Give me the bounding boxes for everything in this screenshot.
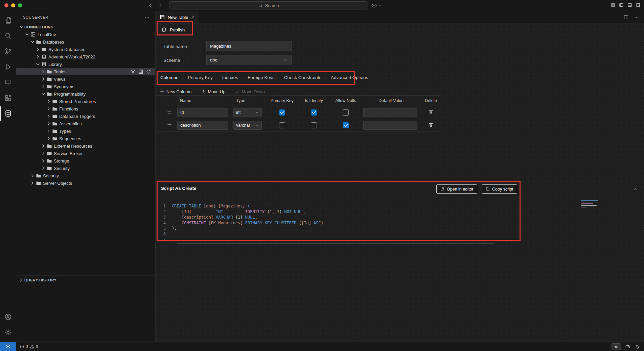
- section-connections[interactable]: CONNECTIONS: [16, 23, 155, 31]
- designer-tab-check-constraints[interactable]: Check Constraints: [283, 73, 322, 84]
- default-value-input[interactable]: [363, 121, 417, 130]
- trash-icon: [428, 109, 434, 115]
- designer-tab-advanced-options[interactable]: Advanced Options: [330, 73, 369, 84]
- tree-item-service-broker[interactable]: Service Broker: [16, 150, 155, 157]
- tree-item-label: Programmability: [54, 92, 86, 97]
- bell-icon[interactable]: [635, 344, 640, 349]
- more-actions-icon[interactable]: [144, 15, 150, 20]
- zoom-status-item[interactable]: [612, 343, 621, 350]
- move-up-button[interactable]: Move Up: [201, 89, 225, 94]
- zoom-button[interactable]: [18, 3, 22, 7]
- chevron-right-icon: [41, 143, 46, 149]
- copilot-menu[interactable]: [371, 2, 382, 8]
- default-value-input[interactable]: [363, 108, 417, 117]
- close-icon[interactable]: [191, 15, 195, 19]
- tree-item-stored-procedures[interactable]: Stored Procedures: [16, 98, 155, 105]
- designer-tab-foreign-keys[interactable]: Foreign Keys: [247, 73, 275, 84]
- tree-item-database-triggers[interactable]: Database Triggers: [16, 112, 155, 120]
- allow-nulls-checkbox[interactable]: [343, 122, 349, 128]
- schema-select[interactable]: dbo: [206, 55, 292, 65]
- filter-icon[interactable]: [130, 69, 136, 74]
- delete-column-button[interactable]: [428, 109, 434, 116]
- grid-icon[interactable]: [138, 69, 143, 74]
- primary-key-checkbox[interactable]: [279, 122, 285, 128]
- tab-new-table[interactable]: New Table: [156, 11, 199, 23]
- allow-nulls-checkbox[interactable]: [343, 109, 349, 116]
- tree-item-server-objects[interactable]: Server Objects: [16, 179, 155, 187]
- drag-handle-icon[interactable]: [167, 110, 172, 115]
- activity-item-search[interactable]: [0, 28, 16, 44]
- remote-indicator[interactable]: [0, 342, 16, 351]
- toggle-panel-icon[interactable]: [627, 3, 632, 7]
- tree-item-external-resources[interactable]: External Resources: [16, 142, 155, 150]
- tree-item-label: Database Triggers: [59, 114, 95, 119]
- tree-item-label: AdventureWorksLT2022: [48, 54, 95, 59]
- column-type-select[interactable]: varchar: [233, 121, 262, 130]
- activity-item-run-debug[interactable]: [0, 59, 16, 75]
- folder-icon: [36, 39, 41, 45]
- folder-icon: [47, 151, 52, 156]
- minimize-button[interactable]: [11, 3, 15, 7]
- activity-item-account[interactable]: [0, 309, 16, 325]
- warnings-status[interactable]: 0: [30, 344, 38, 349]
- tree-item-security[interactable]: Security: [16, 165, 155, 172]
- layout-controls: [611, 3, 641, 7]
- close-button[interactable]: [4, 3, 8, 7]
- activity-item-sql-server[interactable]: [0, 106, 16, 121]
- activity-item-explorer[interactable]: [0, 12, 16, 28]
- drag-handle-icon[interactable]: [167, 123, 172, 128]
- folder-icon: [36, 180, 41, 186]
- minimap[interactable]: [581, 200, 601, 207]
- toggle-primary-sidebar-icon[interactable]: [619, 3, 624, 7]
- refresh-icon[interactable]: [146, 69, 151, 74]
- tree-item-types[interactable]: Types: [16, 127, 155, 135]
- delete-column-button[interactable]: [428, 122, 434, 128]
- tree-item-programmability[interactable]: Programmability: [16, 90, 155, 98]
- activity-item-source-control[interactable]: [0, 44, 16, 59]
- tree-item-adventureworkslt2022[interactable]: AdventureWorksLT2022: [16, 53, 155, 60]
- toggle-secondary-sidebar-icon[interactable]: [636, 3, 641, 7]
- tree-item-tables[interactable]: Tables: [16, 68, 155, 75]
- tree-item-synonyms[interactable]: Synonyms: [16, 83, 155, 90]
- tree-item-views[interactable]: Views: [16, 75, 155, 83]
- designer-tab-indexes[interactable]: Indexes: [222, 73, 239, 84]
- forward-icon[interactable]: [158, 3, 163, 8]
- script-code[interactable]: 1CREATE TABLE [dbo].[Magazines] (2 [Id] …: [156, 203, 644, 243]
- primary-key-checkbox[interactable]: [279, 109, 285, 116]
- is-identity-checkbox[interactable]: [311, 109, 317, 116]
- split-editor-icon[interactable]: [623, 15, 629, 20]
- column-name-input[interactable]: [177, 121, 228, 130]
- tree-item-databases[interactable]: Databases: [16, 38, 155, 46]
- tree-item-label: Stored Procedures: [59, 99, 96, 104]
- designer-tab-columns[interactable]: Columns: [160, 73, 179, 84]
- publish-button[interactable]: Publish: [160, 25, 187, 34]
- designer-tab-primary-key[interactable]: Primary Key: [187, 73, 213, 84]
- copy-script-button[interactable]: Copy script: [482, 184, 517, 194]
- back-icon[interactable]: [148, 3, 153, 8]
- tree-item-security[interactable]: Security: [16, 172, 155, 179]
- column-type-select[interactable]: int: [233, 108, 262, 117]
- open-in-editor-button[interactable]: Open in editor: [436, 184, 477, 194]
- tree-item-storage[interactable]: Storage: [16, 157, 155, 165]
- activity-item-remote-explorer[interactable]: [0, 75, 16, 90]
- tree-item-library[interactable]: Library: [16, 60, 155, 68]
- errors-status[interactable]: 0: [20, 344, 28, 349]
- customize-layout-icon[interactable]: [611, 3, 615, 7]
- query-history-section[interactable]: QUERY HISTORY: [16, 275, 155, 284]
- schema-value: dbo: [210, 57, 217, 62]
- chevron-up-icon[interactable]: [633, 186, 639, 192]
- column-name-input[interactable]: [177, 108, 228, 117]
- new-column-button[interactable]: New Column: [160, 89, 191, 94]
- tree-item-functions[interactable]: Functions: [16, 105, 155, 112]
- table-name-input[interactable]: [206, 41, 292, 51]
- is-identity-checkbox[interactable]: [311, 122, 317, 128]
- tree-item-sequences[interactable]: Sequences: [16, 135, 155, 142]
- tree-item-assemblies[interactable]: Assemblies: [16, 120, 155, 127]
- tree-item-system-databases[interactable]: System Databases: [16, 46, 155, 53]
- command-center-search[interactable]: Search: [169, 1, 368, 9]
- more-actions-icon[interactable]: [634, 15, 639, 20]
- activity-item-extensions[interactable]: [0, 90, 16, 106]
- tree-item-localdev[interactable]: LocalDev: [16, 31, 155, 38]
- activity-item-settings-gear[interactable]: [0, 325, 16, 340]
- copilot-icon[interactable]: [625, 344, 630, 349]
